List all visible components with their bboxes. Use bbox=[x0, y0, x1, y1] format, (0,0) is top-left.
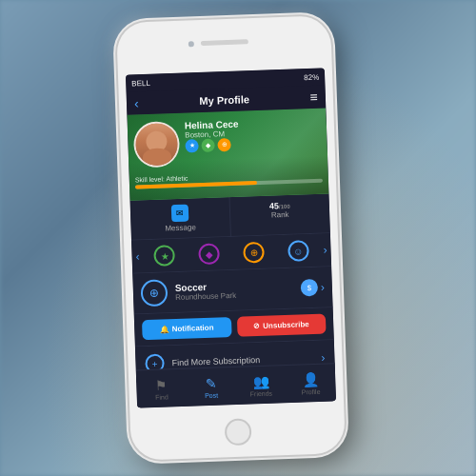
post-icon: ✎ bbox=[205, 375, 217, 390]
profile-nav-label: Profile bbox=[302, 387, 321, 395]
message-label: Message bbox=[134, 222, 226, 233]
activity-info: Soccer Roundhouse Park bbox=[175, 278, 302, 302]
front-camera bbox=[188, 41, 193, 47]
activity-item: ⊕ Soccer Roundhouse Park $ › bbox=[132, 267, 332, 314]
message-icon: ✉ bbox=[171, 205, 189, 223]
message-icon-wrap: ✉ bbox=[134, 203, 227, 223]
achievement-icon-3[interactable]: ⊕ bbox=[243, 242, 265, 264]
phone-shell: BELL 82% ‹ My Profile ≡ Helina Cece Bost… bbox=[116, 15, 346, 461]
notification-icon: 🔔 bbox=[159, 325, 169, 333]
back-button[interactable]: ‹ bbox=[134, 95, 139, 110]
phone-screen: BELL 82% ‹ My Profile ≡ Helina Cece Bost… bbox=[126, 68, 336, 407]
nav-find[interactable]: ⚑ Find bbox=[136, 369, 188, 408]
page-title: My Profile bbox=[199, 93, 249, 107]
avatar bbox=[133, 121, 181, 169]
unsubscribe-label: Unsubscribe bbox=[263, 320, 309, 330]
activity-share-icon[interactable]: $ bbox=[301, 279, 319, 297]
achievements-next[interactable]: › bbox=[323, 243, 327, 256]
menu-button[interactable]: ≡ bbox=[309, 89, 318, 105]
profile-nav-icon: 👤 bbox=[302, 371, 319, 387]
unsubscribe-icon: ⊘ bbox=[253, 322, 260, 330]
nav-friends[interactable]: 👥 Friends bbox=[235, 366, 287, 405]
nav-post[interactable]: ✎ Post bbox=[186, 367, 237, 407]
achievement-icon-4[interactable]: ☺ bbox=[288, 240, 309, 262]
battery-indicator: 82% bbox=[304, 72, 319, 82]
carrier-signal: BELL bbox=[131, 78, 150, 88]
friends-icon: 👥 bbox=[252, 373, 269, 389]
achievement-icon-2[interactable]: ◆ bbox=[198, 243, 220, 265]
profile-info: Helina Cece Boston, CM bbox=[185, 119, 239, 140]
speaker bbox=[200, 39, 248, 46]
home-button[interactable] bbox=[224, 418, 251, 446]
achievements-icons: ★ ◆ ⊕ ☺ bbox=[142, 240, 321, 268]
activity-actions: $ › bbox=[301, 279, 326, 297]
badge-blue: ★ bbox=[185, 139, 198, 152]
activity-sport-icon: ⊕ bbox=[140, 279, 168, 307]
notification-label: Notification bbox=[171, 324, 213, 334]
notification-button[interactable]: 🔔 Notification bbox=[142, 317, 231, 340]
stats-row: ✉ Message 45/100 Rank bbox=[130, 193, 330, 240]
badge-orange: ⊕ bbox=[217, 138, 230, 151]
post-label: Post bbox=[205, 391, 218, 398]
find-label: Find bbox=[155, 393, 169, 400]
message-icon-symbol: ✉ bbox=[176, 208, 184, 218]
profile-badges: ★ ◆ ⊕ bbox=[185, 138, 230, 153]
badge-green: ◆ bbox=[201, 139, 214, 152]
bottom-nav: ⚑ Find ✎ Post 👥 Friends 👤 Profile bbox=[136, 363, 336, 407]
achievements-prev[interactable]: ‹ bbox=[135, 249, 139, 263]
activity-chevron-icon[interactable]: › bbox=[321, 281, 325, 294]
nav-profile[interactable]: 👤 Profile bbox=[285, 364, 336, 403]
profile-hero: Helina Cece Boston, CM ★ ◆ ⊕ Skill level… bbox=[127, 108, 328, 200]
stat-message[interactable]: ✉ Message bbox=[130, 197, 231, 240]
achievement-icon-1[interactable]: ★ bbox=[154, 245, 176, 267]
friends-label: Friends bbox=[250, 389, 273, 397]
rank-label: Rank bbox=[234, 209, 326, 221]
find-icon: ⚑ bbox=[155, 377, 169, 392]
stat-rank: 45/100 Rank bbox=[229, 193, 329, 236]
unsubscribe-button[interactable]: ⊘ Unsubscribe bbox=[236, 314, 326, 337]
avatar-image bbox=[135, 123, 179, 167]
